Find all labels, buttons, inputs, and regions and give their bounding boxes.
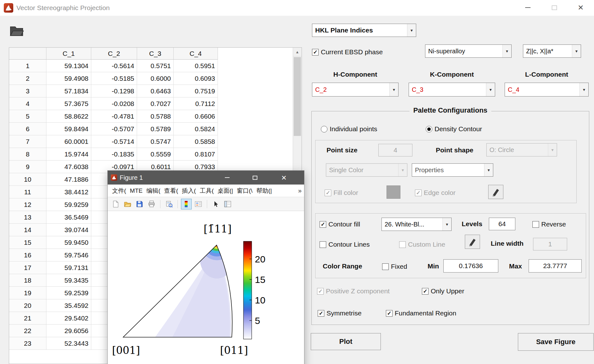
table-cell[interactable]: -0.1298 (91, 85, 137, 97)
insert-colorbar-button[interactable] (181, 199, 192, 209)
table-cell[interactable]: -0.5707 (91, 123, 137, 135)
min-field[interactable]: 0.17636 (443, 259, 498, 273)
table-cell[interactable]: 0.5824 (174, 123, 218, 135)
table-cell[interactable]: 0.5559 (137, 148, 174, 161)
symmetrise-checkbox[interactable]: ✓ Symmetrise (318, 309, 362, 317)
table-cell[interactable]: 59.8494 (46, 123, 91, 135)
row-number-cell[interactable]: 16 (9, 249, 46, 261)
table-cell[interactable]: 59.9259 (46, 198, 91, 211)
row-number-cell[interactable]: 11 (9, 186, 46, 198)
table-cell[interactable]: 0.7027 (137, 97, 174, 110)
figure-menu-item[interactable]: 查看( (162, 187, 180, 195)
figure-close-button[interactable]: ✕ (275, 171, 293, 185)
row-number-cell[interactable]: 14 (9, 224, 46, 236)
table-cell[interactable]: 0.6093 (174, 72, 218, 85)
property-inspector-button[interactable] (222, 199, 233, 209)
orientation-dropdown[interactable]: Z||c, X||a* ▾ (523, 44, 581, 58)
row-number-cell[interactable]: 21 (9, 312, 46, 325)
fundamental-region-checkbox[interactable]: ✓ Fundamental Region (386, 309, 456, 317)
plot-button[interactable]: Plot (311, 333, 381, 350)
table-cell[interactable]: 15.9744 (46, 148, 91, 161)
figure-menu-item[interactable]: 编辑( (144, 187, 162, 195)
row-number-cell[interactable]: 15 (9, 236, 46, 249)
table-cell[interactable]: 35.4592 (46, 299, 91, 312)
properties-dropdown[interactable]: Properties ▾ (412, 163, 493, 177)
print-button[interactable] (146, 199, 157, 209)
table-cell[interactable]: 59.7131 (46, 261, 91, 274)
table-row[interactable]: 815.9744-0.18350.55590.8107 (9, 148, 302, 161)
figure-menu-item[interactable]: MTE (128, 187, 144, 194)
k-component-dropdown[interactable]: C_3 ▾ (409, 83, 495, 97)
menu-overflow-icon[interactable]: » (298, 187, 302, 194)
row-number-cell[interactable]: 7 (9, 135, 46, 148)
table-cell[interactable]: 0.5858 (174, 135, 218, 148)
table-cell[interactable]: 29.6056 (46, 325, 91, 337)
single-color-dropdown[interactable]: Single Color ▾ (326, 163, 407, 177)
table-cell[interactable]: -0.5614 (91, 60, 137, 72)
fill-color-checkbox[interactable]: ✓ Fill color (325, 189, 358, 197)
row-number-cell[interactable]: 3 (9, 85, 46, 97)
figure-titlebar[interactable]: Figure 1 ✕ (108, 171, 304, 185)
table-cell[interactable]: -0.4781 (91, 110, 137, 123)
max-field[interactable]: 23.7777 (529, 259, 582, 273)
row-number-cell[interactable]: 20 (9, 299, 46, 312)
row-number-cell[interactable]: 1 (9, 60, 46, 72)
l-component-dropdown[interactable]: C_4 ▾ (505, 83, 589, 97)
figure-menu-item[interactable]: 帮助(| (255, 187, 274, 195)
row-number-cell[interactable]: 19 (9, 287, 46, 299)
table-cell[interactable]: 58.8622 (46, 110, 91, 123)
row-number-cell[interactable]: 17 (9, 261, 46, 274)
hkl-plane-indices-dropdown[interactable]: HKL Plane Indices ▾ (312, 24, 416, 37)
main-titlebar[interactable]: Vector Stereographic Projection (0, 0, 594, 16)
figure-minimize-button[interactable] (218, 171, 236, 185)
individual-points-radio[interactable]: Individual points (321, 125, 377, 133)
table-cell[interactable]: 59.4908 (46, 72, 91, 85)
phase-dropdown[interactable]: Ni-superalloy ▾ (425, 44, 512, 58)
save-figure-button[interactable]: Save Figure (518, 333, 594, 351)
colormap-dropdown[interactable]: 26. White-Bl... ▾ (381, 218, 452, 231)
current-ebsd-phase-checkbox[interactable]: ✓ Current EBSD phase (312, 48, 383, 56)
row-number-cell[interactable]: 12 (9, 198, 46, 211)
table-cell[interactable]: 0.7112 (174, 97, 218, 110)
minimize-button[interactable] (519, 1, 537, 14)
table-cell[interactable]: 39.0744 (46, 224, 91, 236)
positive-z-checkbox[interactable]: ✓ Positive Z component (317, 287, 390, 295)
table-cell[interactable]: 0.6463 (137, 85, 174, 97)
h-component-dropdown[interactable]: C_2 ▾ (312, 83, 399, 97)
pointer-tool-button[interactable] (210, 199, 221, 209)
table-row[interactable]: 357.1834-0.12980.64630.7519 (9, 85, 302, 97)
row-number-cell[interactable]: 4 (9, 97, 46, 110)
table-cell[interactable]: 59.9450 (46, 236, 91, 249)
figure-menu-item[interactable]: 文件( (110, 187, 128, 195)
figure-menu-item[interactable]: 插入( (180, 187, 198, 195)
table-cell[interactable]: 0.5789 (137, 123, 174, 135)
contour-fill-checkbox[interactable]: ✓ Contour fill (320, 220, 360, 228)
table-cell[interactable]: -0.5714 (91, 135, 137, 148)
line-color-swatch[interactable] (465, 235, 480, 249)
edge-color-checkbox[interactable]: ✓ Edge color (415, 189, 455, 197)
table-row[interactable]: 760.0001-0.57140.57470.5858 (9, 135, 302, 148)
table-row[interactable]: 159.1304-0.56140.57510.5951 (9, 60, 302, 72)
contour-lines-checkbox[interactable]: Contour Lines (320, 240, 370, 249)
close-button[interactable]: ✕ (572, 1, 590, 14)
row-number-cell[interactable]: 8 (9, 148, 46, 161)
table-cell[interactable]: 29.5402 (46, 312, 91, 325)
density-contour-radio[interactable]: Density Contour (426, 125, 482, 133)
insert-legend-button[interactable] (193, 199, 204, 209)
open-figure-button[interactable] (122, 199, 133, 209)
table-cell[interactable]: 0.6606 (174, 110, 218, 123)
figure-menu-item[interactable]: 桌面(| (216, 187, 235, 195)
only-upper-checkbox[interactable]: ✓ Only Upper (422, 287, 464, 295)
maximize-button[interactable] (545, 1, 563, 14)
row-number-cell[interactable]: 22 (9, 325, 46, 337)
table-cell[interactable]: 0.8107 (174, 148, 218, 161)
figure-maximize-button[interactable] (246, 171, 264, 185)
table-cell[interactable]: 59.2539 (46, 287, 91, 299)
table-cell[interactable]: 0.5751 (137, 60, 174, 72)
figure-menu-item[interactable]: 工具( (198, 187, 215, 195)
custom-line-checkbox[interactable]: Custom Line (399, 240, 445, 249)
row-number-cell[interactable]: 5 (9, 110, 46, 123)
table-cell[interactable]: 47.6038 (46, 161, 91, 173)
table-cell[interactable]: 0.5747 (137, 135, 174, 148)
table-cell[interactable]: 52.3443 (46, 337, 91, 350)
